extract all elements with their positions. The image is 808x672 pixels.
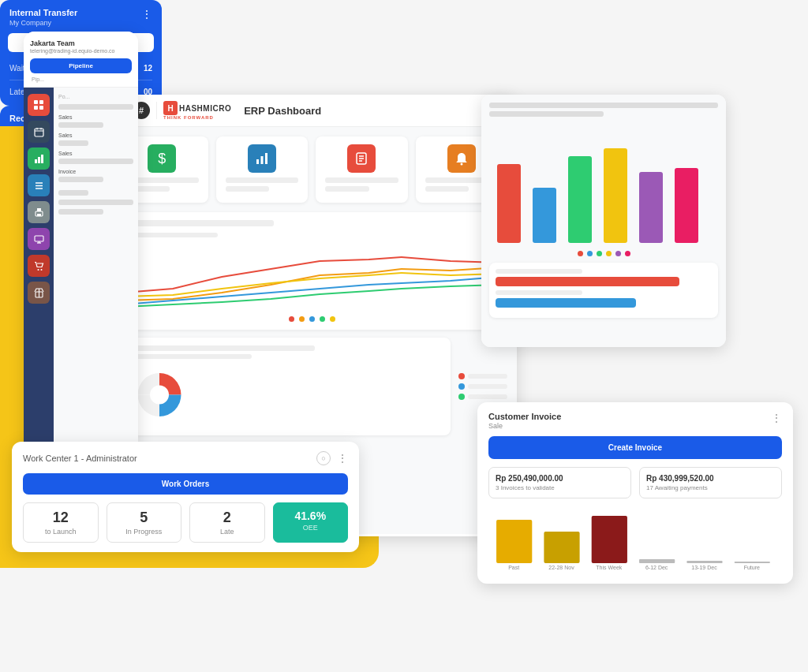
sidebar-content-label: Po...	[58, 94, 133, 99]
hbar-row-1	[496, 269, 712, 286]
sidebar-line-6	[58, 190, 88, 196]
svg-text:22-28 Nov: 22-28 Nov	[548, 565, 574, 570]
wc-stat-late[interactable]: 2 Late	[189, 502, 265, 543]
page-title: ERP Dashboard	[244, 105, 321, 117]
sidebar-icon-print[interactable]	[28, 201, 50, 223]
inv-create-button[interactable]: Create Invoice	[488, 436, 782, 459]
svg-rect-35	[568, 156, 592, 243]
legend-dot-red	[458, 373, 465, 379]
sidebar-icon-calendar[interactable]	[28, 121, 50, 143]
main-logo: # H HASHMICRO THINK FORWARD	[133, 101, 231, 120]
svg-rect-43	[686, 561, 722, 563]
svg-rect-10	[41, 155, 43, 163]
wc-title-text: Work Center 1	[23, 454, 79, 463]
workcenter-card: Work Center 1 - Administrator ○ ⋮ Work O…	[12, 442, 359, 552]
wc-oee-value: 41.6%	[280, 510, 342, 522]
bottom-row	[116, 338, 507, 435]
kpi-notif-icon	[447, 144, 476, 173]
svg-rect-40	[544, 532, 579, 563]
chart-dot-blue	[309, 316, 315, 322]
legend-item-1	[458, 373, 507, 379]
kpi-dollar-icon: $	[148, 144, 176, 173]
inv-header: Customer Invoice Sale ⋮	[488, 412, 782, 430]
sidebar-sales-label-2: Sales	[58, 133, 133, 138]
kpi-lines-2	[226, 177, 299, 195]
svg-text:13-19 Dec: 13-19 Dec	[691, 565, 717, 570]
wc-title: Work Center 1 - Administrator	[23, 454, 137, 463]
sidebar-line-7	[58, 200, 133, 205]
sidebar-line-5	[58, 177, 103, 182]
sidebar-line-1	[58, 104, 133, 110]
svg-point-32	[150, 386, 169, 405]
sidebar-card: Jakarta Team telering@trading-id.equio-d…	[24, 32, 138, 505]
svg-rect-41	[592, 516, 627, 563]
bar-chart-header	[489, 103, 718, 117]
svg-text:Future: Future	[744, 565, 760, 570]
sidebar-sales-label-3: Sales	[58, 151, 133, 156]
wc-late-value: 2	[196, 510, 258, 526]
bar-chart-card	[481, 95, 726, 347]
kpi-invoice-icon	[347, 144, 376, 173]
wc-icons: ○ ⋮	[316, 451, 348, 465]
bar-dot-purple	[615, 251, 621, 256]
sidebar-icon-computer[interactable]	[28, 228, 50, 250]
sidebar-invoice-label: Invoice	[58, 169, 133, 174]
svg-rect-39	[496, 520, 532, 563]
sidebar-icon-chart[interactable]	[28, 147, 50, 170]
transfer-late-label: Late	[9, 88, 24, 96]
wc-work-orders-button[interactable]: Work Orders	[23, 473, 348, 495]
inv-amount-1-label: 3 Invoices to validate	[496, 484, 624, 491]
wc-launch-label: to Launch	[30, 528, 92, 536]
kpi-line-2b	[226, 186, 270, 192]
wc-stat-oee[interactable]: 41.6% OEE	[273, 502, 349, 543]
svg-rect-16	[37, 214, 41, 216]
inv-amounts-row: Rp 250,490,000.00 3 Invoices to validate…	[488, 467, 782, 498]
sidebar-icon-active[interactable]	[28, 94, 50, 116]
wc-oee-label: OEE	[280, 524, 342, 532]
svg-rect-9	[38, 157, 40, 163]
inv-bar-chart-svg: Past 22-28 Nov This Week 6-12 Dec 13-19 …	[488, 508, 782, 571]
hbar-1	[496, 277, 679, 286]
transfer-menu-icon[interactable]: ⋮	[141, 8, 152, 21]
kpi-widget-invoice[interactable]	[316, 136, 408, 203]
wc-stat-progress[interactable]: 5 In Progress	[107, 502, 182, 543]
kpi-line-2a	[226, 177, 299, 183]
wc-more-icon[interactable]: ⋮	[337, 452, 348, 465]
svg-point-21	[40, 269, 42, 271]
kpi-widget-analytics[interactable]	[216, 136, 309, 203]
sidebar-pipeline-button[interactable]: Pipeline	[30, 58, 132, 73]
wc-circle-icon[interactable]: ○	[316, 451, 331, 465]
bar-dot-pink	[625, 251, 630, 256]
sidebar-line-3	[58, 140, 88, 146]
sidebar-pipe-label: Pip...	[30, 77, 132, 82]
sidebar-icon-list[interactable]	[28, 174, 50, 196]
hbar-label-2	[496, 290, 582, 295]
wc-stats-row: 12 to Launch 5 In Progress 2 Late 41.6% …	[23, 502, 348, 543]
line-chart-svg	[124, 245, 499, 308]
chart-dot-red	[289, 316, 294, 322]
line-chart-area	[116, 212, 507, 330]
legend-dot-green	[458, 394, 465, 400]
kpi-line-4b	[425, 186, 469, 192]
bar-card-body	[481, 95, 726, 347]
svg-rect-34	[533, 188, 556, 243]
wc-late-label: Late	[196, 528, 258, 536]
logo-h-icon: H	[163, 101, 178, 115]
svg-rect-24	[256, 159, 259, 164]
inv-amount-2-label: 17 Awaiting payments	[646, 484, 775, 491]
inv-amount-1-value: Rp 250,490,000.00	[496, 474, 624, 483]
sidebar-icon-box[interactable]	[28, 282, 50, 304]
svg-rect-26	[265, 153, 267, 164]
svg-rect-3	[39, 106, 43, 110]
svg-rect-42	[639, 559, 675, 563]
sidebar-icon-cart[interactable]	[28, 255, 50, 277]
chart-legend-dots	[124, 316, 499, 322]
bchl-2	[489, 111, 604, 117]
sidebar-header: Jakarta Team telering@trading-id.equio-d…	[24, 32, 138, 88]
pie-line-2	[124, 354, 252, 359]
chart-dot-yellow	[330, 316, 335, 322]
transfer-title-block: Internal Transfer My Company	[9, 8, 77, 27]
inv-more-icon[interactable]: ⋮	[771, 412, 782, 424]
wc-stat-launch[interactable]: 12 to Launch	[23, 502, 99, 543]
logo-text-main: H HASHMICRO	[163, 101, 231, 115]
